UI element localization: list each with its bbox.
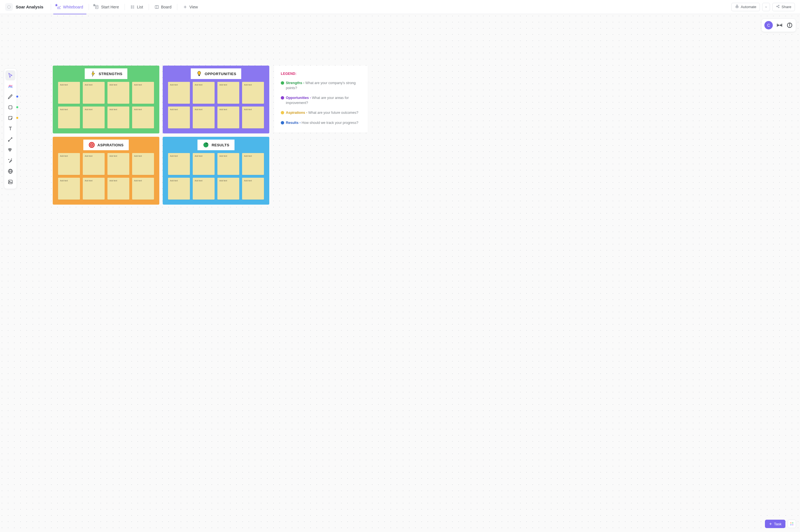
sticky-note[interactable]: Add text	[132, 153, 154, 175]
quadrant-opportunities[interactable]: OPPORTUNITIESAdd textAdd textAdd textAdd…	[163, 65, 269, 133]
tab-list[interactable]: List	[127, 0, 146, 14]
svg-point-5	[131, 6, 132, 6]
tab-label: Start Here	[101, 5, 119, 9]
divider	[177, 4, 177, 10]
svg-point-54	[790, 525, 791, 525]
sticky-note[interactable]: Add text	[217, 82, 239, 104]
divider	[125, 4, 125, 10]
apps-button[interactable]	[788, 520, 796, 528]
fit-width-button[interactable]	[776, 22, 783, 28]
tool-pen[interactable]	[5, 92, 15, 102]
quadrant-strengths[interactable]: STRENGTHSAdd textAdd textAdd textAdd tex…	[53, 65, 159, 133]
sticky-note[interactable]: Add text	[107, 153, 129, 175]
sticky-note[interactable]: Add text	[132, 178, 154, 200]
tool-web[interactable]	[5, 166, 15, 176]
sticky-note[interactable]: Add text	[242, 107, 264, 128]
sticky-note[interactable]: Add text	[193, 82, 215, 104]
tool-select[interactable]	[5, 70, 15, 80]
color-indicator	[16, 96, 18, 97]
add-view-button[interactable]: View	[180, 0, 201, 14]
sticky-note[interactable]: Add text	[132, 107, 154, 128]
sticky-note[interactable]: Add text	[242, 82, 264, 104]
svg-point-9	[131, 8, 132, 8]
plus-icon	[183, 5, 187, 9]
svg-point-48	[91, 144, 92, 146]
sticky-note[interactable]: Add text	[132, 82, 154, 104]
info-button[interactable]	[786, 22, 793, 28]
divider	[89, 4, 89, 10]
tab-whiteboard[interactable]: Whiteboard	[53, 0, 87, 14]
automate-button[interactable]: Automate	[731, 3, 760, 11]
legend-dot	[281, 111, 284, 114]
sticky-note[interactable]: Add text	[217, 178, 239, 200]
sticky-note[interactable]: Add text	[107, 82, 129, 104]
tool-shape[interactable]	[5, 102, 15, 112]
automate-label: Automate	[741, 5, 757, 9]
svg-line-35	[9, 138, 12, 141]
tool-ai[interactable]	[5, 156, 15, 166]
sticky-note[interactable]: Add text	[58, 178, 80, 200]
sticky-note[interactable]: Add text	[242, 153, 264, 175]
quadrant-results[interactable]: RESULTSAdd textAdd textAdd textAdd textA…	[163, 137, 269, 205]
svg-rect-43	[8, 180, 12, 184]
tool-sticky[interactable]	[5, 113, 15, 123]
sticky-note[interactable]: Add text	[168, 153, 190, 175]
sticky-note[interactable]: Add text	[242, 178, 264, 200]
sticky-note[interactable]: Add text	[217, 107, 239, 128]
tab-start-here[interactable]: Start Here	[91, 0, 122, 14]
sticky-note[interactable]: Add text	[83, 82, 105, 104]
create-task-button[interactable]: Task	[765, 520, 785, 528]
sticky-note[interactable]: Add text	[217, 153, 239, 175]
sticky-note[interactable]: Add text	[193, 153, 215, 175]
tool-stack[interactable]	[5, 145, 15, 155]
legend-term: Strengths -	[286, 81, 305, 85]
sticky-note[interactable]: Add text	[168, 178, 190, 200]
automate-dropdown[interactable]	[762, 3, 770, 11]
quadrant-aspirations[interactable]: ASPIRATIONSAdd textAdd textAdd textAdd t…	[53, 137, 159, 205]
whiteboard-canvas[interactable]: C +	[0, 14, 800, 532]
sticky-note[interactable]: Add text	[83, 178, 105, 200]
svg-point-17	[737, 6, 738, 7]
sticky-grid: Add textAdd textAdd textAdd textAdd text…	[58, 82, 154, 128]
sticky-note[interactable]: Add text	[107, 107, 129, 128]
sticky-note[interactable]: Add text	[168, 82, 190, 104]
opportunities-icon	[196, 70, 202, 77]
svg-point-0	[7, 5, 11, 8]
tool-connector[interactable]	[5, 134, 15, 144]
results-icon	[202, 141, 209, 148]
tab-board[interactable]: Board	[151, 0, 175, 14]
color-indicator	[16, 106, 18, 108]
tool-image[interactable]	[5, 177, 15, 187]
sticky-note[interactable]: Add text	[193, 107, 215, 128]
quadrant-title-opportunities: OPPORTUNITIES	[191, 69, 241, 79]
tool-text[interactable]	[5, 124, 15, 134]
page-title[interactable]: Soar Analysis	[16, 4, 43, 9]
svg-point-53	[793, 522, 793, 523]
user-avatar[interactable]: C	[764, 21, 773, 30]
tab-label: List	[137, 5, 143, 9]
legend-dot	[281, 96, 284, 99]
sticky-note[interactable]: Add text	[58, 153, 80, 175]
strengths-icon	[90, 70, 96, 77]
sticky-note[interactable]: Add text	[83, 107, 105, 128]
page-status-button[interactable]	[5, 3, 13, 11]
legend-panel: LEGEND: Strengths - What are your compan…	[274, 65, 368, 133]
legend-term: Results -	[286, 121, 302, 125]
task-label: Task	[774, 522, 781, 526]
tool-dock: +	[4, 69, 17, 189]
legend-desc: What are your future outcomes?	[308, 111, 359, 115]
legend-item-strengths: Strengths - What are your company's stro…	[281, 81, 361, 91]
whiteboard-icon	[57, 5, 61, 9]
share-icon	[776, 4, 780, 9]
sticky-note[interactable]: Add text	[58, 82, 80, 104]
sticky-note[interactable]: Add text	[107, 178, 129, 200]
quadrant-title-aspirations: ASPIRATIONS	[83, 139, 128, 150]
sticky-note[interactable]: Add text	[193, 178, 215, 200]
sticky-grid: Add textAdd textAdd textAdd textAdd text…	[58, 153, 154, 200]
sticky-note[interactable]: Add text	[58, 107, 80, 128]
share-label: Share	[781, 5, 791, 9]
sticky-note[interactable]: Add text	[83, 153, 105, 175]
share-button[interactable]: Share	[772, 3, 795, 11]
tool-generate[interactable]: +	[5, 81, 15, 91]
sticky-note[interactable]: Add text	[168, 107, 190, 128]
